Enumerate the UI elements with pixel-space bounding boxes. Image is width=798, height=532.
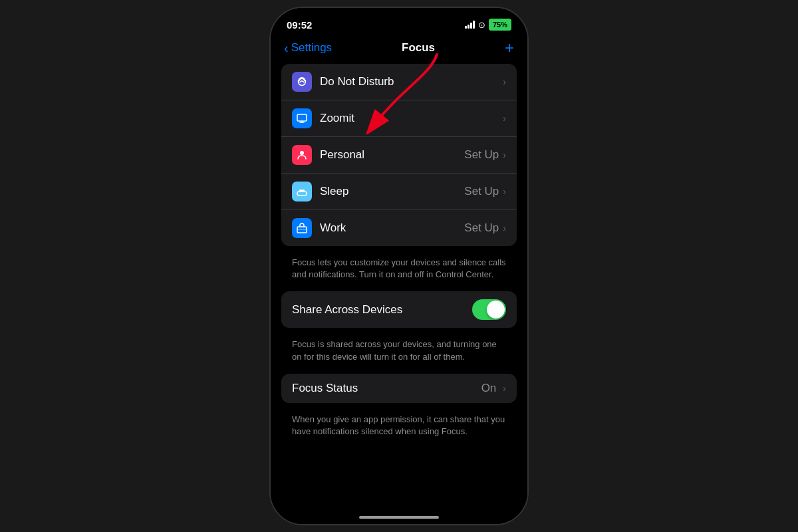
personal-setup: Set Up <box>464 148 499 162</box>
home-indicator <box>359 516 439 519</box>
focus-status-value: On <box>481 382 497 395</box>
sleep-chevron-icon: › <box>503 186 506 197</box>
focus-description: Focus lets you customize your devices an… <box>281 251 517 291</box>
focus-status-description: When you give an app permission, it can … <box>281 408 517 448</box>
focus-modes-list: Do Not Disturb › Zoomit › <box>281 64 517 246</box>
focus-status-row: Focus Status On › <box>292 382 506 395</box>
zoomit-label: Zoomit <box>320 112 503 125</box>
sleep-label: Sleep <box>320 185 464 198</box>
focus-status-label: Focus Status <box>292 382 481 395</box>
svg-rect-1 <box>297 114 307 121</box>
content-area: Do Not Disturb › Zoomit › <box>271 64 527 513</box>
personal-icon <box>292 145 312 165</box>
zoomit-chevron-icon: › <box>503 113 506 124</box>
signal-bars-icon <box>465 21 475 29</box>
focus-status-chevron-icon: › <box>503 383 506 394</box>
phone-screen: 09:52 ⊙ 75% ‹ Settings Focus + <box>271 8 527 524</box>
share-across-devices-group: Share Across Devices <box>281 291 517 328</box>
status-bar: 09:52 ⊙ 75% <box>271 8 527 37</box>
svg-rect-5 <box>297 192 307 196</box>
work-icon <box>292 218 312 238</box>
do-not-disturb-label: Do Not Disturb <box>320 75 503 88</box>
do-not-disturb-chevron-icon: › <box>503 76 506 87</box>
wifi-icon: ⊙ <box>478 20 485 30</box>
status-icons: ⊙ 75% <box>465 19 511 31</box>
work-chevron-icon: › <box>503 223 506 233</box>
share-across-devices-toggle[interactable] <box>472 299 506 320</box>
work-label: Work <box>320 221 464 235</box>
nav-title: Focus <box>402 41 435 55</box>
back-chevron-icon: ‹ <box>284 41 289 56</box>
battery-icon: 75% <box>489 19 511 31</box>
add-button[interactable]: + <box>505 40 514 56</box>
nav-bar: ‹ Settings Focus + <box>271 37 527 64</box>
status-time: 09:52 <box>287 19 312 31</box>
focus-status-group: Focus Status On › <box>281 374 517 403</box>
list-item-zoomit[interactable]: Zoomit › <box>281 100 517 137</box>
list-item-personal[interactable]: Personal Set Up › <box>281 137 517 174</box>
svg-point-4 <box>300 151 304 155</box>
personal-chevron-icon: › <box>503 150 506 160</box>
zoomit-icon <box>292 108 312 128</box>
back-button[interactable]: ‹ Settings <box>284 41 332 56</box>
share-across-devices-label: Share Across Devices <box>292 303 472 317</box>
back-label: Settings <box>291 41 332 55</box>
sleep-icon <box>292 182 312 201</box>
phone-frame: 09:52 ⊙ 75% ‹ Settings Focus + <box>269 7 529 525</box>
list-item-sleep[interactable]: Sleep Set Up › <box>281 174 517 210</box>
do-not-disturb-icon <box>292 72 312 92</box>
sleep-setup: Set Up <box>464 185 499 198</box>
personal-label: Personal <box>320 148 464 162</box>
svg-rect-7 <box>302 190 305 192</box>
focus-status-item[interactable]: Focus Status On › <box>281 374 517 403</box>
toggle-thumb <box>487 301 505 319</box>
svg-rect-6 <box>299 190 302 192</box>
list-item-do-not-disturb[interactable]: Do Not Disturb › <box>281 64 517 100</box>
list-item-work[interactable]: Work Set Up › <box>281 210 517 246</box>
share-across-devices-item[interactable]: Share Across Devices <box>281 291 517 328</box>
focus-status-right: On › <box>481 382 506 395</box>
share-description: Focus is shared across your devices, and… <box>281 333 517 373</box>
work-setup: Set Up <box>464 221 499 235</box>
